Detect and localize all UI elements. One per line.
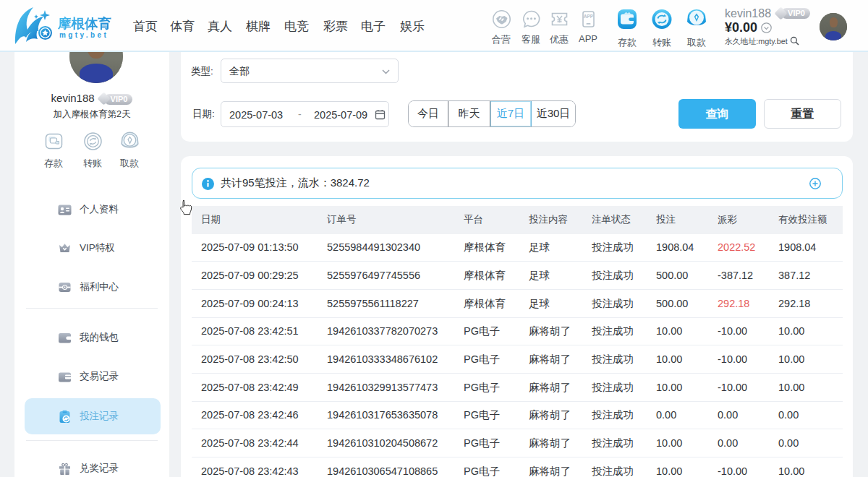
svg-text:APP: APP: [583, 14, 593, 19]
